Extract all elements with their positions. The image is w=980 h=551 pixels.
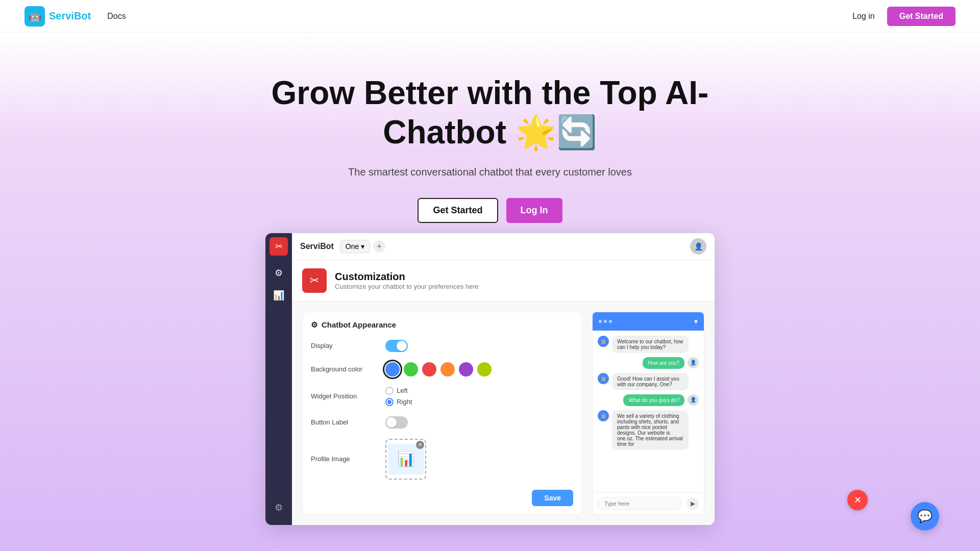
chat-header: ▾ (593, 312, 704, 331)
nav-logo: 🤖 ServiBot (24, 6, 91, 27)
bot-avatar-2: 🤖 (598, 373, 609, 384)
sidebar-logo-icon: ✂ (270, 237, 288, 256)
chat-bubble-4: What do you guys do? (623, 394, 684, 406)
color-swatch-purple[interactable] (459, 362, 473, 377)
hero-get-started-button[interactable]: Get Started (418, 198, 498, 223)
chevron-down-icon: ▾ (694, 317, 698, 325)
logo-text: ServiBot (49, 10, 91, 22)
chat-bubble-2: How are you? (643, 357, 684, 369)
chat-message-4: 👤 What do you guys do? (598, 394, 699, 406)
hero-title: Grow Better with the Top AI- Chatbot 🌟🔄 (260, 73, 720, 152)
chat-dot-1 (599, 320, 602, 323)
page-title: Customization (335, 271, 479, 283)
logo-icon: 🤖 (24, 6, 45, 27)
nav-right: Log in Get Started (852, 7, 955, 26)
background-color-label: Background color (311, 365, 377, 373)
chat-message-5: 🤖 We sell a variety of clothing includin… (598, 410, 699, 450)
top-bar-brand: ServiBot (300, 242, 334, 251)
chat-message-1: 🤖 Welcome to our chatbot, how can I help… (598, 336, 699, 353)
sidebar: ✂ ⚙ 📊 ⚙ (265, 233, 292, 525)
button-label-label: Button Label (311, 418, 377, 426)
background-color-row: Background color (311, 362, 573, 377)
bot-avatar-3: 🤖 (598, 410, 609, 421)
sidebar-bottom: ⚙ (270, 498, 288, 521)
chat-message-3: 🤖 Good! How can I assist you with our co… (598, 373, 699, 390)
chat-preview: ▾ 🤖 Welcome to our chatbot, how can I he… (592, 312, 704, 515)
button-label-toggle[interactable] (385, 416, 408, 429)
dropdown-arrow-icon: ▾ (361, 242, 364, 251)
color-swatch-red[interactable] (422, 362, 436, 377)
page-subtitle: Customize your chatbot to your preferenc… (335, 283, 479, 290)
nav-get-started-button[interactable]: Get Started (887, 7, 955, 26)
chat-dot-3 (609, 320, 612, 323)
chat-message-2: 👤 How are you? (598, 357, 699, 369)
chat-close-container: ✕ (847, 490, 868, 510)
color-swatch-green[interactable] (404, 362, 418, 377)
bot-avatar-1: 🤖 (598, 336, 609, 347)
chat-send-button[interactable]: ▶ (687, 497, 699, 510)
profile-image-upload[interactable]: 📊 ✕ (385, 439, 426, 480)
navigation: 🤖 ServiBot Docs Log in Get Started (0, 0, 980, 33)
chat-bubble-3: Good! How can I assist you with our comp… (612, 373, 689, 390)
chat-dot-2 (604, 320, 607, 323)
hero-buttons: Get Started Log In (0, 198, 980, 223)
chat-close-button[interactable]: ✕ (847, 490, 868, 510)
section-title: ⚙ Chatbot Appearance (311, 320, 573, 330)
position-radio-group: Left Right (385, 387, 412, 406)
user-avatar-2: 👤 (688, 394, 699, 406)
widget-position-row: Widget Position Left Right (311, 387, 573, 406)
chat-bubble-1: Welcome to our chatbot, how can I help y… (612, 336, 689, 353)
demo-wrapper: ✂ ⚙ 📊 ⚙ ServiBot One ▾ + 👤 ✂ (0, 243, 980, 551)
display-setting-row: Display (311, 340, 573, 352)
save-row: Save (311, 490, 573, 506)
chat-bubble-5: We sell a variety of clothing including … (612, 410, 689, 450)
sidebar-icon-home[interactable]: ⚙ (270, 264, 288, 282)
save-button[interactable]: Save (532, 490, 573, 506)
floating-chat-button[interactable]: 💬 (911, 502, 939, 531)
app-window: ✂ ⚙ 📊 ⚙ ServiBot One ▾ + 👤 ✂ (265, 233, 715, 525)
chat-messages: 🤖 Welcome to our chatbot, how can I help… (593, 331, 704, 492)
color-swatch-yellow-green[interactable] (477, 362, 492, 377)
profile-image-row: Profile Image 📊 ✕ (311, 439, 573, 480)
sidebar-icon-analytics[interactable]: 📊 (270, 286, 288, 305)
display-toggle[interactable] (385, 340, 408, 352)
chat-input-area: ▶ (593, 492, 704, 514)
position-left-radio[interactable] (385, 387, 394, 395)
workspace-name: One (346, 242, 359, 251)
user-avatar-1: 👤 (688, 357, 699, 368)
toggle-knob (397, 341, 407, 351)
widget-position-label: Widget Position (311, 392, 377, 400)
position-left-option[interactable]: Left (385, 387, 412, 395)
display-label: Display (311, 342, 377, 349)
workspace-dropdown[interactable]: One ▾ (340, 240, 370, 253)
sidebar-icon-settings[interactable]: ⚙ (270, 498, 288, 517)
page-header-icon: ✂ (302, 268, 327, 293)
user-avatar: 👤 (690, 238, 706, 255)
toggle-knob-off (386, 417, 397, 428)
profile-image-close-button[interactable]: ✕ (416, 441, 424, 449)
nav-login-link[interactable]: Log in (852, 12, 875, 21)
color-swatch-blue[interactable] (385, 362, 400, 377)
button-label-row: Button Label (311, 416, 573, 429)
nav-docs-link[interactable]: Docs (107, 12, 126, 21)
color-swatches (385, 362, 492, 377)
customization-body: ⚙ Chatbot Appearance Display Background … (292, 302, 715, 525)
add-workspace-button[interactable]: + (373, 240, 385, 253)
chat-header-dots (599, 320, 612, 323)
hero-login-button[interactable]: Log In (506, 198, 562, 223)
top-bar: ServiBot One ▾ + 👤 (292, 233, 715, 260)
position-right-option[interactable]: Right (385, 398, 412, 406)
chat-input[interactable] (598, 497, 682, 510)
appearance-icon: ⚙ (311, 320, 317, 330)
position-right-radio[interactable] (385, 398, 394, 406)
hero-section: Grow Better with the Top AI- Chatbot 🌟🔄 … (0, 33, 980, 243)
page-header-text: Customization Customize your chatbot to … (335, 271, 479, 290)
profile-image-label: Profile Image (311, 455, 377, 463)
main-content: ServiBot One ▾ + 👤 ✂ Customization Custo… (292, 233, 715, 525)
color-swatch-orange[interactable] (440, 362, 455, 377)
hero-subtitle: The smartest conversational chatbot that… (337, 164, 643, 180)
settings-panel: ⚙ Chatbot Appearance Display Background … (302, 312, 582, 515)
page-header: ✂ Customization Customize your chatbot t… (292, 260, 715, 302)
